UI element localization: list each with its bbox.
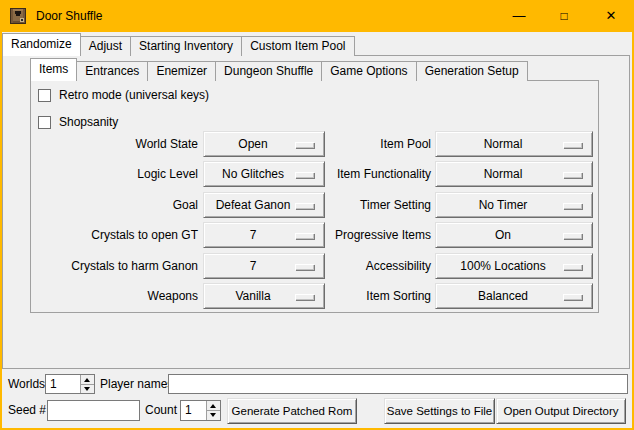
retro-mode-checkbox-row: Retro mode (universal keys): [38, 88, 209, 102]
weapons-label: Weapons: [34, 283, 198, 309]
item-functionality-value: Normal: [484, 167, 523, 181]
count-spinner-arrows: [206, 401, 220, 420]
timer-setting-label: Timer Setting: [310, 192, 431, 218]
item-pool-dropdown[interactable]: Normal: [435, 131, 593, 157]
count-label: Count: [143, 400, 177, 421]
retro-mode-checkbox[interactable]: [38, 89, 51, 102]
item-functionality-dropdown[interactable]: Normal: [435, 161, 593, 187]
weapons-value: Vanilla: [235, 289, 270, 303]
tab-randomize[interactable]: Randomize: [2, 33, 81, 56]
dropdown-indicator-icon: [563, 264, 582, 270]
spin-down-icon[interactable]: [81, 384, 94, 394]
worlds-label: Worlds: [8, 374, 45, 394]
dropdown-indicator-icon: [563, 294, 582, 300]
tab-items[interactable]: Items: [30, 58, 77, 81]
count-spinner[interactable]: 1: [180, 400, 221, 421]
seed-input[interactable]: [47, 400, 140, 421]
inner-tab-bar: Items Entrances Enemizer Dungeon Shuffle…: [30, 58, 528, 81]
minimize-button[interactable]: —: [502, 0, 536, 32]
count-value: 1: [181, 401, 206, 420]
crystals-ganon-value: 7: [250, 259, 257, 273]
accessibility-dropdown[interactable]: 100% Locations: [435, 253, 593, 279]
world-state-value: Open: [238, 137, 267, 151]
close-button[interactable]: ✕: [594, 0, 628, 32]
generate-patched-rom-button[interactable]: Generate Patched Rom: [227, 398, 357, 424]
outer-tab-bar: Randomize Adjust Starting Inventory Cust…: [2, 33, 355, 56]
spin-up-icon[interactable]: [81, 375, 94, 384]
tab-game-options[interactable]: Game Options: [321, 61, 416, 81]
progressive-items-value: On: [495, 228, 511, 242]
dropdown-indicator-icon: [563, 172, 582, 178]
timer-setting-value: No Timer: [479, 198, 528, 212]
spin-down-icon[interactable]: [207, 410, 220, 420]
title-bar[interactable]: Door Shuffle — □ ✕: [0, 0, 634, 32]
worlds-spinner[interactable]: 1: [45, 374, 95, 394]
world-state-label: World State: [34, 131, 198, 157]
window-title: Door Shuffle: [36, 0, 103, 32]
accessibility-label: Accessibility: [310, 253, 431, 279]
tab-entrances[interactable]: Entrances: [76, 61, 148, 81]
tab-custom-item-pool[interactable]: Custom Item Pool: [241, 36, 354, 56]
goal-value: Defeat Ganon: [216, 198, 291, 212]
tab-dungeon-shuffle[interactable]: Dungeon Shuffle: [215, 61, 322, 81]
crystals-gt-label: Crystals to open GT: [34, 222, 198, 248]
worlds-spinner-arrows: [80, 375, 94, 393]
logic-level-value: No Glitches: [222, 167, 284, 181]
player-names-label: Player names: [100, 374, 173, 394]
weapons-dropdown[interactable]: Vanilla: [203, 283, 325, 309]
tab-starting-inventory[interactable]: Starting Inventory: [130, 36, 242, 56]
tab-enemizer[interactable]: Enemizer: [147, 61, 216, 81]
item-functionality-label: Item Functionality: [310, 161, 431, 187]
goal-dropdown[interactable]: Defeat Ganon: [203, 192, 325, 218]
crystals-ganon-dropdown[interactable]: 7: [203, 253, 325, 279]
crystals-ganon-label: Crystals to harm Ganon: [34, 253, 198, 279]
tab-adjust[interactable]: Adjust: [80, 36, 131, 56]
item-pool-label: Item Pool: [310, 131, 431, 157]
accessibility-value: 100% Locations: [460, 259, 545, 273]
item-pool-value: Normal: [484, 137, 523, 151]
door-shuffle-window: Door Shuffle — □ ✕ Randomize Adjust Star…: [0, 0, 634, 430]
progressive-items-label: Progressive Items: [310, 222, 431, 248]
crystals-gt-value: 7: [250, 228, 257, 242]
dropdown-indicator-icon: [563, 233, 582, 239]
spin-up-icon[interactable]: [207, 401, 220, 410]
item-sorting-dropdown[interactable]: Balanced: [435, 283, 593, 309]
shopsanity-label: Shopsanity: [59, 115, 118, 129]
maximize-button[interactable]: □: [547, 0, 581, 32]
worlds-value: 1: [46, 375, 80, 393]
item-sorting-value: Balanced: [478, 289, 528, 303]
retro-mode-label: Retro mode (universal keys): [59, 88, 209, 102]
player-names-input[interactable]: [168, 374, 628, 394]
item-sorting-label: Item Sorting: [310, 283, 431, 309]
app-icon: [10, 8, 26, 24]
save-settings-button[interactable]: Save Settings to File: [384, 398, 495, 424]
crystals-gt-dropdown[interactable]: 7: [203, 222, 325, 248]
dropdown-indicator-icon: [563, 142, 582, 148]
world-state-dropdown[interactable]: Open: [203, 131, 325, 157]
timer-setting-dropdown[interactable]: No Timer: [435, 192, 593, 218]
dropdown-indicator-icon: [563, 203, 582, 209]
goal-label: Goal: [34, 192, 198, 218]
shopsanity-checkbox-row: Shopsanity: [38, 115, 118, 129]
logic-level-label: Logic Level: [34, 161, 198, 187]
progressive-items-dropdown[interactable]: On: [435, 222, 593, 248]
open-output-directory-button[interactable]: Open Output Directory: [496, 398, 626, 424]
seed-label: Seed #: [8, 400, 46, 421]
logic-level-dropdown[interactable]: No Glitches: [203, 161, 325, 187]
tab-generation-setup[interactable]: Generation Setup: [416, 61, 528, 81]
shopsanity-checkbox[interactable]: [38, 116, 51, 129]
